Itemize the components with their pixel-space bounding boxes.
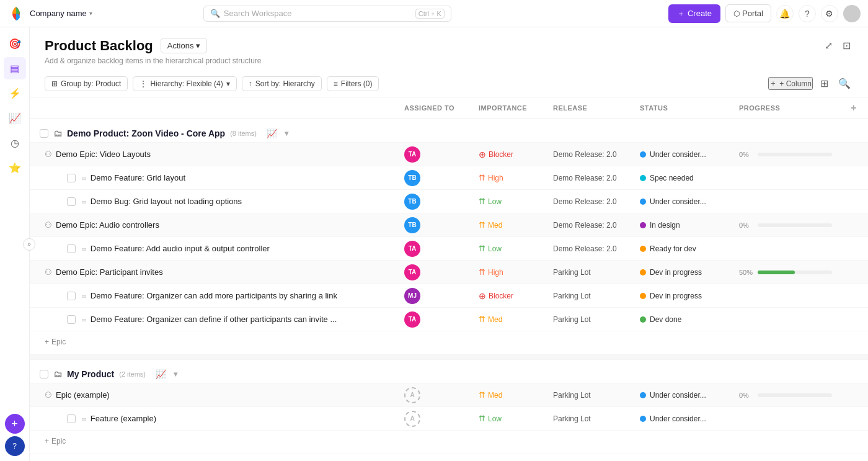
hierarchy-button[interactable]: ⋮ Hierarchy: Flexible (4) ▾ — [133, 76, 236, 91]
company-name[interactable]: Company name ▾ — [30, 9, 92, 18]
assignee-cell: MJ — [397, 284, 471, 308]
settings-button[interactable]: ⚙ — [821, 5, 838, 22]
add-epic-button[interactable]: + Epic — [45, 338, 858, 346]
importance-label: High — [488, 174, 503, 182]
avatar[interactable]: TA — [404, 311, 420, 328]
sidebar-collapse-button[interactable]: » — [23, 238, 35, 251]
sidebar-item-sprints[interactable]: ⚡ — [4, 82, 26, 104]
col-add-header[interactable]: + — [843, 97, 868, 119]
add-column-button[interactable]: ＋ + Column — [768, 77, 813, 90]
importance-cell: ⇈ Med — [471, 383, 546, 407]
row-checkbox[interactable] — [67, 244, 76, 253]
sidebar-item-goals[interactable]: 🎯 — [4, 32, 26, 55]
sidebar-item-timelog[interactable]: ◷ — [4, 132, 26, 154]
progress-pct: 0% — [739, 222, 754, 229]
sidebar-item-roadmap[interactable]: 📈 — [4, 107, 26, 129]
page-title: Product Backlog — [45, 38, 153, 54]
avatar[interactable]: MJ — [404, 288, 420, 304]
filters-button[interactable]: ≡ Filters (0) — [327, 76, 379, 91]
col-release-header: RELEASE — [546, 97, 632, 119]
item-name[interactable]: Demo Epic: Video Layouts — [56, 150, 151, 159]
table-row: ∞ Demo Bug: Grid layout not loading opti… — [30, 190, 868, 213]
status-label: Under consider... — [650, 414, 706, 423]
release-value: Parking Lot — [553, 292, 591, 300]
avatar[interactable]: TB — [404, 217, 420, 233]
group-chevron-icon[interactable]: ▾ — [174, 370, 177, 378]
create-button[interactable]: ＋ Create — [668, 4, 720, 23]
toolbar: ⊞ Group by: Product ⋮ Hierarchy: Flexibl… — [30, 70, 868, 97]
search-bar[interactable]: 🔍 Search Workspace Ctrl + K — [203, 6, 451, 22]
sidebar-item-favorites[interactable]: ⭐ — [4, 156, 26, 179]
add-epic-label: Epic — [51, 338, 66, 346]
item-name[interactable]: Demo Feature: Add audio input & output c… — [91, 244, 270, 253]
add-button[interactable]: + — [5, 414, 25, 434]
group-checkbox[interactable] — [40, 129, 48, 138]
importance-cell: ⊕ Blocker — [471, 284, 546, 308]
help-button[interactable]: ? — [799, 5, 816, 22]
portal-button[interactable]: ⬡ Portal — [725, 4, 771, 22]
release-cell: Parking Lot — [546, 284, 632, 308]
progress-cell-col: 0% — [732, 143, 843, 166]
name-cell: ⚇ Demo Epic: Audio controllers — [30, 213, 397, 237]
item-name[interactable]: Feature (example) — [91, 414, 156, 423]
col-progress-header: PROGRESS — [732, 97, 843, 119]
user-avatar[interactable] — [843, 5, 861, 22]
row-checkbox[interactable] — [67, 414, 76, 423]
avatar[interactable]: TB — [404, 194, 420, 210]
sort-button[interactable]: ↑ Sort by: Hierarchy — [242, 76, 322, 91]
item-name[interactable]: Demo Feature: Organizer can define if ot… — [91, 315, 337, 324]
avatar[interactable]: TA — [404, 241, 420, 257]
row-checkbox[interactable] — [67, 174, 76, 182]
item-name[interactable]: Demo Epic: Audio controllers — [56, 220, 159, 230]
row-checkbox[interactable] — [67, 315, 76, 324]
page-header: Product Backlog Actions ▾ ⤢ ⊡ Add & orga… — [30, 27, 868, 70]
progress-bar-bg — [758, 393, 832, 397]
expand-button[interactable]: ⊡ — [840, 37, 853, 54]
help-circle-button[interactable]: ? — [5, 436, 25, 456]
item-name[interactable]: Demo Feature: Organizer can add more par… — [91, 291, 337, 300]
group-by-button[interactable]: ⊞ Group by: Product — [45, 76, 128, 91]
add-epic-button[interactable]: + Epic — [45, 437, 858, 445]
avatar[interactable]: TB — [404, 170, 420, 186]
share-button[interactable]: ⤢ — [822, 37, 835, 54]
column-settings-button[interactable]: ⊞ — [818, 75, 831, 92]
avatar[interactable]: TA — [404, 146, 420, 163]
item-name[interactable]: Demo Epic: Participant invites — [56, 267, 163, 277]
status-label: Ready for dev — [650, 244, 696, 253]
item-name[interactable]: Epic (example) — [56, 390, 110, 400]
hierarchy-chevron-icon: ▾ — [226, 79, 230, 88]
avatar[interactable]: A — [404, 411, 420, 427]
group-checkbox[interactable] — [40, 370, 48, 378]
table-container: ASSIGNED TO IMPORTANCE RELEASE STATUS PR — [30, 97, 868, 461]
row-actions-cell — [843, 237, 868, 261]
trend-icon[interactable]: 📈 — [156, 369, 166, 379]
row-checkbox[interactable] — [67, 292, 76, 300]
status-value: Spec needed — [640, 174, 724, 182]
status-dot — [640, 199, 646, 205]
add-epic-label: Epic — [51, 437, 66, 445]
status-value: Under consider... — [640, 150, 724, 159]
status-cell: Ready for dev — [632, 237, 732, 261]
avatar[interactable]: TA — [404, 264, 420, 280]
status-cell: Under consider... — [632, 190, 732, 213]
sidebar-item-backlog[interactable]: ▤ — [4, 57, 26, 79]
group-count: (8 items) — [230, 130, 257, 137]
row-checkbox[interactable] — [67, 197, 76, 206]
hierarchy-icon: ⋮ — [140, 79, 147, 88]
status-label: Spec needed — [650, 174, 694, 182]
table-row: ⚇ Demo Epic: Audio controllers TB ⇈ Med … — [30, 213, 868, 237]
importance-label: Low — [488, 244, 502, 253]
notifications-button[interactable]: 🔔 — [776, 5, 794, 22]
nav-actions: ＋ Create ⬡ Portal 🔔 ? ⚙ — [668, 4, 861, 23]
importance-label: Low — [488, 414, 502, 423]
avatar[interactable]: A — [404, 387, 420, 403]
group-chevron-icon[interactable]: ▾ — [285, 129, 288, 138]
item-name[interactable]: Demo Bug: Grid layout not loading option… — [91, 197, 242, 206]
item-name[interactable]: Demo Feature: Grid layout — [91, 173, 185, 182]
progress-bar-bg — [758, 153, 832, 156]
trend-icon[interactable]: 📈 — [267, 128, 277, 138]
search-table-button[interactable]: 🔍 — [836, 75, 853, 92]
release-value: Demo Release: 2.0 — [553, 221, 617, 230]
status-value: Dev done — [640, 315, 724, 324]
actions-button[interactable]: Actions ▾ — [161, 38, 208, 53]
